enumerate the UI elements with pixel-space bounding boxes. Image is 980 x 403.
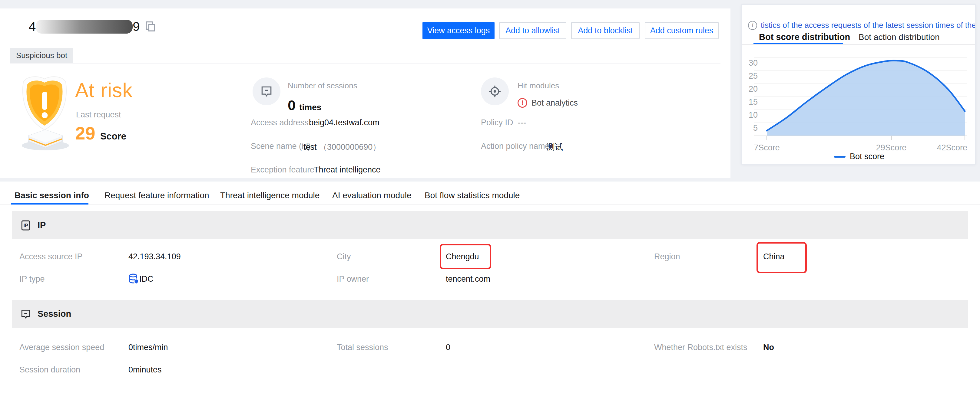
svg-text:5: 5 <box>753 124 758 133</box>
tab-bot-flow-statistics-module[interactable]: Bot flow statistics module <box>425 190 520 200</box>
ip-section-title: IP <box>38 220 46 230</box>
bot-id-suffix: 9 <box>133 19 140 34</box>
info-icon: i <box>748 21 757 30</box>
ip-type-label: IP type <box>19 274 45 284</box>
scene-name-label: Scene name (id) <box>251 141 311 151</box>
bot-score-panel: i tistics of the access requests of the … <box>741 4 976 165</box>
ip-icon: IP <box>20 220 32 231</box>
access-source-ip-label: Access source IP <box>19 252 83 262</box>
legend-label: Bot score <box>850 152 884 161</box>
bot-score-value: 29 <box>75 123 95 144</box>
policy-id-value: --- <box>518 118 526 127</box>
policy-id-label: Policy ID <box>481 118 513 127</box>
risk-status: At risk <box>75 79 133 102</box>
panel-notice: i tistics of the access requests of the … <box>748 21 976 30</box>
svg-text:15: 15 <box>749 97 758 106</box>
tab-bot-action-distribution[interactable]: Bot action distribution <box>859 32 940 42</box>
svg-text:20: 20 <box>749 84 758 94</box>
last-request-label: Last request <box>76 110 121 119</box>
svg-text:7Score: 7Score <box>754 143 780 151</box>
hit-modules-value: ! Bot analytics <box>517 98 578 108</box>
city-label: City <box>337 252 351 262</box>
scene-name-value: test （3000000690） <box>304 141 381 152</box>
add-to-allowlist-button[interactable]: Add to allowlist <box>499 22 566 39</box>
avg-session-speed-label: Average session speed <box>19 343 104 352</box>
panel-notice-text: tistics of the access requests of the la… <box>761 21 976 30</box>
add-to-blocklist-button[interactable]: Add to blocklist <box>571 22 640 39</box>
sessions-count: 0 <box>288 97 296 113</box>
session-duration-label: Session duration <box>19 365 80 374</box>
bot-score: 29 Score <box>75 123 126 144</box>
access-address-value: beig04.testwaf.com <box>309 118 379 127</box>
session-bubble-icon <box>20 308 32 320</box>
hit-module-name: Bot analytics <box>531 98 578 108</box>
detail-tabs-divider <box>0 204 980 205</box>
total-sessions-label: Total sessions <box>337 343 388 352</box>
svg-text:29Score: 29Score <box>876 143 907 151</box>
action-policy-value: 测试 <box>547 141 563 152</box>
legend-line-swatch <box>834 156 846 158</box>
region-label: Region <box>654 252 680 262</box>
svg-text:IP: IP <box>24 223 28 228</box>
target-icon <box>488 84 502 98</box>
sessions-unit: times <box>299 103 321 112</box>
hit-modules-icon-circle <box>481 78 509 105</box>
bot-id-row: 4 9 <box>29 19 156 34</box>
detail-active-tab-underline <box>11 203 88 205</box>
tab-basic-session-info[interactable]: Basic session info <box>14 190 89 200</box>
session-duration-value: 0minutes <box>129 365 162 374</box>
alert-circle-icon: ! <box>517 98 527 108</box>
robots-exists-label: Whether Robots.txt exists <box>654 343 748 352</box>
view-access-logs-button[interactable]: View access logs <box>422 22 495 39</box>
idc-database-icon <box>129 273 139 285</box>
avg-session-speed-value: 0times/min <box>129 343 168 352</box>
session-section-header: Session <box>12 300 968 328</box>
svg-text:42Score: 42Score <box>937 143 967 151</box>
header-divider <box>10 63 721 63</box>
bot-id-prefix: 4 <box>29 19 36 34</box>
tab-bot-score-distribution[interactable]: Bot score distribution <box>759 32 850 42</box>
bot-score-unit: Score <box>100 131 126 142</box>
tab-threat-intelligence-module[interactable]: Threat intelligence module <box>220 190 320 200</box>
scene-name: test <box>304 143 317 152</box>
robots-exists-value: No <box>763 343 774 352</box>
number-of-sessions-value: 0 times <box>288 97 321 113</box>
access-source-ip-value: 42.193.34.109 <box>129 252 181 262</box>
hit-modules-label: Hit modules <box>517 81 559 90</box>
bot-id-redacted <box>36 20 133 33</box>
svg-text:30: 30 <box>749 59 758 67</box>
region-annotation-box <box>757 242 807 273</box>
scene-id: （3000000690） <box>319 143 381 152</box>
exception-feature-value: Threat intelligence <box>314 165 381 175</box>
svg-text:10: 10 <box>749 110 758 119</box>
city-annotation-box <box>440 244 491 269</box>
bot-score-chart: 510152025307Score29Score42Score <box>742 45 976 151</box>
total-sessions-value: 0 <box>446 343 450 352</box>
suspicious-bot-badge: Suspicious bot <box>10 48 73 63</box>
session-detail-section: Basic session info Request feature infor… <box>0 181 980 403</box>
exception-feature-label: Exception feature <box>251 165 314 175</box>
risk-shield-icon <box>17 73 73 152</box>
copy-icon[interactable] <box>145 21 156 32</box>
session-section-title: Session <box>38 309 71 319</box>
ip-type-text: IDC <box>139 274 154 284</box>
sessions-icon-circle <box>253 78 280 105</box>
add-custom-rules-button[interactable]: Add custom rules <box>645 22 719 39</box>
action-policy-label: Action policy name <box>481 141 550 151</box>
ip-section-header: IP IP <box>12 211 968 239</box>
bot-detail-card: 4 9 Suspicious bot View access logs Add … <box>0 8 730 178</box>
tab-request-feature-information[interactable]: Request feature information <box>105 190 209 200</box>
access-address-label: Access address <box>251 118 309 127</box>
bot-id: 4 9 <box>29 19 140 34</box>
ip-owner-label: IP owner <box>337 274 369 284</box>
number-of-sessions-label: Number of sessions <box>288 81 357 90</box>
ip-type-value: IDC <box>129 273 154 285</box>
comment-icon <box>260 85 273 98</box>
chart-legend: Bot score <box>742 152 976 161</box>
ip-owner-value: tencent.com <box>446 274 490 284</box>
tab-ai-evaluation-module[interactable]: AI evaluation module <box>332 190 412 200</box>
svg-text:25: 25 <box>749 71 758 81</box>
